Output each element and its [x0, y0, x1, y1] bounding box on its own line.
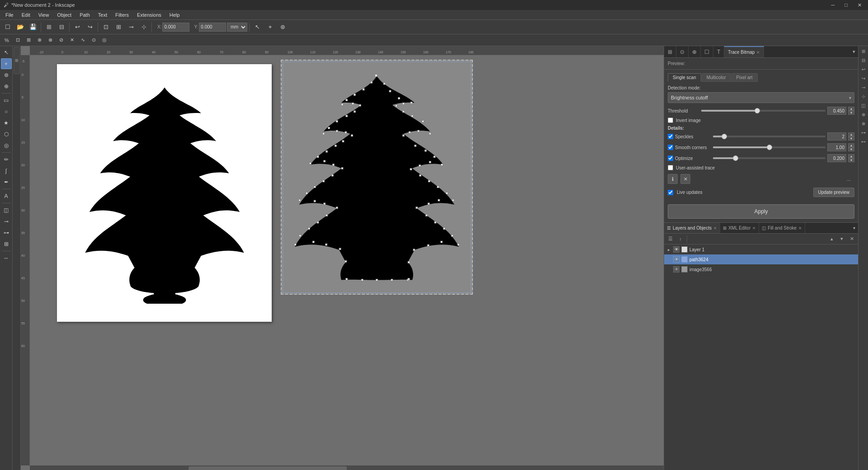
- snap-bbox-btn[interactable]: ⊞: [24, 35, 33, 45]
- layer1-visibility[interactable]: 👁: [673, 246, 679, 253]
- tab-layers-objects[interactable]: ☰ Layers and Objects ✕: [664, 223, 720, 233]
- snap-extensions-btn[interactable]: ⊙: [89, 35, 99, 45]
- horizontal-scrollbar[interactable]: [30, 465, 664, 470]
- optimize-checkbox[interactable]: [668, 155, 673, 161]
- optimize-thumb[interactable]: [733, 155, 738, 161]
- edge-btn-10[interactable]: ⊶: [859, 128, 868, 136]
- snap-smooth-nodes-btn[interactable]: ◎: [99, 35, 109, 45]
- tool-connector[interactable]: ↔: [1, 253, 12, 263]
- tab-xml-editor[interactable]: ⊞ XML Editor ✕: [720, 223, 759, 233]
- snap-handle[interactable]: ⊞: [14, 47, 20, 74]
- more-button[interactable]: ...: [843, 175, 854, 183]
- tab-icon-4[interactable]: ☐: [701, 46, 713, 57]
- menu-path[interactable]: Path: [76, 11, 94, 19]
- fill-close[interactable]: ✕: [798, 226, 802, 230]
- tool-pencil[interactable]: ✏: [1, 154, 12, 165]
- tab-icon-3[interactable]: ⊕: [689, 46, 701, 57]
- tool-gradient[interactable]: ◫: [1, 205, 12, 216]
- snap-nodes-btn[interactable]: ⊡: [13, 35, 23, 45]
- tool-spiral[interactable]: ◎: [1, 140, 12, 151]
- speckles-decrement[interactable]: ▾: [848, 136, 854, 141]
- panel-chevron[interactable]: ▾: [850, 46, 858, 57]
- snap-to-grid-btn[interactable]: ⊕: [34, 35, 44, 45]
- tab-single-scan[interactable]: Single scan: [668, 73, 701, 82]
- tool-calligraphy[interactable]: ✒: [1, 177, 12, 188]
- menu-object[interactable]: Object: [53, 11, 75, 19]
- optimize-decrement[interactable]: ▾: [848, 158, 854, 162]
- tab-trace-bitmap[interactable]: Trace Bitmap ✕: [724, 46, 764, 57]
- snap-btn[interactable]: ⊸: [125, 21, 137, 33]
- menu-text[interactable]: Text: [94, 11, 111, 19]
- apply-button[interactable]: Apply: [668, 204, 854, 219]
- tool-node[interactable]: ⌖: [1, 58, 12, 69]
- snap-midpoints-btn[interactable]: ⊗: [45, 35, 55, 45]
- threshold-decrement[interactable]: ▾: [848, 111, 854, 115]
- menu-file[interactable]: File: [2, 11, 17, 19]
- save-btn[interactable]: 💾: [27, 21, 39, 33]
- user-assisted-checkbox[interactable]: [668, 165, 673, 170]
- tab-pixel-art[interactable]: Pixel art: [731, 73, 758, 82]
- xml-close[interactable]: ✕: [752, 226, 756, 230]
- tool-bezier[interactable]: ∫: [1, 165, 12, 176]
- update-preview-button[interactable]: Update preview: [813, 188, 854, 197]
- x-input[interactable]: [162, 23, 189, 32]
- close-button[interactable]: ✕: [855, 2, 864, 8]
- tool-tweak[interactable]: ⊛: [1, 70, 12, 80]
- titlebar-controls[interactable]: ─ □ ✕: [829, 2, 864, 8]
- import-btn[interactable]: ⊞: [43, 21, 55, 33]
- edge-btn-2[interactable]: ⊟: [859, 56, 868, 64]
- threshold-input[interactable]: [827, 107, 846, 115]
- invert-image-checkbox[interactable]: [668, 118, 673, 123]
- canvas-content[interactable]: [30, 55, 664, 465]
- tool-select[interactable]: ↖: [1, 47, 12, 58]
- smooth-corners-decrement[interactable]: ▾: [848, 147, 854, 151]
- menu-filters[interactable]: Filters: [112, 11, 132, 19]
- smooth-corners-increment[interactable]: ▴: [848, 143, 854, 147]
- edge-btn-3[interactable]: ↩: [859, 65, 868, 73]
- tool-zoom[interactable]: ⊕: [1, 81, 12, 92]
- canvas-area[interactable]: -10 0 10 20 30 40 50 60 70 80 90 100 110…: [21, 46, 664, 470]
- new-btn[interactable]: ☐: [2, 21, 14, 33]
- edge-btn-4[interactable]: ↪: [859, 74, 868, 82]
- path3624-visibility[interactable]: 👁: [673, 256, 679, 263]
- add-layer-btn[interactable]: ☰: [666, 235, 675, 244]
- tab-icon-2[interactable]: ⊙: [676, 46, 689, 57]
- menu-edit[interactable]: Edit: [18, 11, 34, 19]
- layers-close[interactable]: ✕: [713, 226, 717, 230]
- zoom-fit-btn[interactable]: ⊡: [100, 21, 112, 33]
- tool-star[interactable]: ★: [1, 118, 12, 128]
- undo-btn[interactable]: ↩: [71, 21, 83, 33]
- layer-row-path3624[interactable]: 👁 path3624: [664, 254, 858, 264]
- edge-btn-9[interactable]: ⊗: [859, 119, 868, 127]
- hscroll-thumb[interactable]: [189, 466, 347, 470]
- transform-btn[interactable]: ⊛: [277, 21, 288, 33]
- tool-circle[interactable]: ○: [1, 106, 12, 117]
- open-btn[interactable]: 📂: [14, 21, 26, 33]
- snap-intersections-btn[interactable]: ✕: [67, 35, 77, 45]
- menu-extensions[interactable]: Extensions: [133, 11, 165, 19]
- speckles-thumb[interactable]: [722, 134, 727, 139]
- tool-3dbox[interactable]: ⬡: [1, 129, 12, 140]
- node-snap-btn[interactable]: ⊹: [138, 21, 150, 33]
- info-button[interactable]: ℹ: [668, 174, 678, 184]
- unit-selector[interactable]: mm px pt in: [227, 23, 247, 32]
- redo-btn[interactable]: ↪: [84, 21, 96, 33]
- tab-multicolor[interactable]: Multicolor: [702, 73, 731, 82]
- menu-view[interactable]: View: [35, 11, 53, 19]
- threshold-increment[interactable]: ▴: [848, 107, 854, 111]
- zoom-page-btn[interactable]: ⊞: [113, 21, 124, 33]
- layers-delete-btn[interactable]: ✕: [847, 235, 856, 244]
- edge-btn-7[interactable]: ◫: [859, 101, 868, 109]
- tool-text[interactable]: A: [1, 191, 12, 202]
- minimize-button[interactable]: ─: [829, 2, 838, 8]
- speckles-checkbox[interactable]: [668, 134, 673, 139]
- smooth-corners-thumb[interactable]: [767, 145, 772, 150]
- snap-enable-btn[interactable]: %: [2, 35, 12, 45]
- layers-chevron[interactable]: ▾: [850, 223, 858, 233]
- edge-btn-1[interactable]: ⊞: [859, 47, 868, 55]
- tool-rect[interactable]: ▭: [1, 95, 12, 106]
- layers-move-down-btn[interactable]: ▾: [837, 235, 846, 244]
- edge-btn-11[interactable]: ⊷: [859, 137, 868, 146]
- tab-icon-5[interactable]: T: [713, 46, 724, 57]
- remove-layer-btn[interactable]: ↑: [676, 235, 685, 244]
